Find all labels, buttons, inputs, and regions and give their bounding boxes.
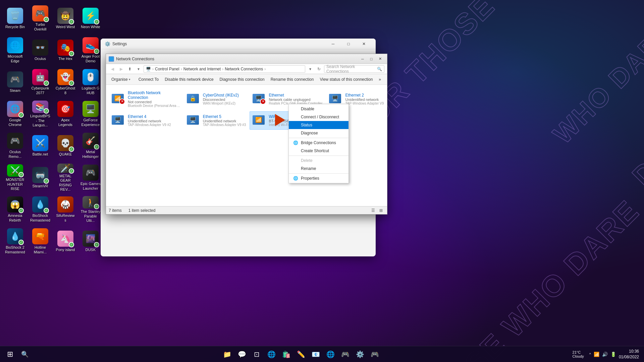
tray-expand-button[interactable]: ^ [589,352,591,356]
ctx-item-properties[interactable]: 🌐 Properties [289,174,348,182]
toolbar-status-button[interactable]: View status of this connection [317,75,375,84]
desktop-icon-quake[interactable]: 💀✓QUAKE [54,131,77,161]
breadcrumb-bar[interactable]: 🖥️ › Control Panel › Network and Interne… [144,65,305,73]
desktop-icon-battlenet[interactable]: ⚔️Battle.net [29,131,52,161]
toolbar-organise-button[interactable]: Organise ▾ [109,75,133,84]
statusbar-grid-view-button[interactable]: ⊞ [378,207,384,214]
net-status-5: Unidentified network [203,119,246,123]
ctx-item-status[interactable]: Status [289,121,348,129]
nav-up-button[interactable]: ⬆ [126,65,133,73]
desktop-icon-oculus-remote[interactable]: 🎮Oculus Remo... [3,131,27,161]
desktop-icon-sifu[interactable]: 🥋SifuReviews [54,194,77,225]
play-button[interactable] [275,114,285,126]
taskbar-item-tb-taskview[interactable]: ⊡ [250,348,264,361]
desktop-icon-bioshock[interactable]: 💧✓BioShock Remastered [29,194,52,225]
icon-label-bioshock2: BioShock 2 Remastered [5,245,25,254]
desktop-icon-cyberpunk[interactable]: 🤖✓Cyberpunk 2077 [29,67,52,97]
desktop-icon-linguist[interactable]: 📚✓LinguistBPS - The Langus... [29,99,52,129]
toolbar-more-button[interactable]: » [376,75,384,84]
desktop-icon-google-chrome[interactable]: 🌐✓Google Chrome [3,99,27,129]
toolbar-connect-to-button[interactable]: Connect To [136,75,162,84]
network-item-4[interactable]: 🖥️ Ethernet 4 Unidentified network TAP-W… [109,111,183,130]
desktop-icon-monster-hunter[interactable]: ⚔️✓MONSTER HUNTER RISE [3,163,27,193]
tray-battery-icon[interactable]: 🔋 [610,352,616,357]
desktop-icon-turbo-overkill[interactable]: 🎮✓Turbo Overkill [29,3,52,34]
breadcrumb-control-panel[interactable]: Control Panel [155,67,179,71]
desktop-icon-amnesia[interactable]: 😱✓Amnesia Rebirth [3,194,27,225]
ctx-item-rename[interactable]: Rename [289,165,348,173]
netconn-close-button[interactable]: ✕ [376,55,384,63]
desktop-icon-metal-hellsinger[interactable]: 🎸✓Metal Hellsinger [79,131,102,161]
toolbar-diagnose-button[interactable]: Diagnose this connection [217,75,267,84]
ctx-item-connect-/-disconnect[interactable]: Connect / Disconnect [289,113,348,121]
ctx-item-bridge-connections[interactable]: 🌐 Bridge Connections [289,139,348,147]
network-item-1[interactable]: 🔒 CyberGhost (IKEv2) Disconnected WAN Mi… [184,87,249,111]
toolbar-disable-button[interactable]: Disable this network device [162,75,216,84]
icon-image-recycle-bin: 🗑️ [7,8,23,24]
netconn-maximize-button[interactable]: □ [367,55,376,63]
tray-network-icon[interactable]: 📶 [594,352,599,357]
taskbar-item-tb-chrome[interactable]: 🌐 [265,348,278,361]
ctx-item-disable[interactable]: Disable [289,105,348,113]
desktop-icon-geforce[interactable]: 🖥️GeForce Experience [79,99,102,129]
netconn-title-icon: 🌐 [109,56,114,62]
desktop-icon-the-hex[interactable]: 🎭✓The Hex [54,35,77,65]
search-box[interactable]: Search Network Connections 🔍 [324,65,384,73]
desktop-icon-recycle-bin[interactable]: 🗑️Recycle Bin [3,3,27,34]
nav-back-button[interactable]: ◀ [109,65,116,73]
icon-badge-bioshock: ✓ [44,208,49,213]
taskbar-item-tb-xbox[interactable]: 🎮 [368,348,382,361]
desktop-icon-steamvr[interactable]: 🥽✓SteamVR [29,163,52,193]
desktop-icon-metal-gear[interactable]: 🗡️✓METAL GEAR RISING REV... [54,163,77,193]
search-button[interactable]: 🔍 [18,348,32,361]
taskbar-item-tb-file[interactable]: 📁 [221,348,234,361]
overlay-red-x-2: ✕ [260,99,266,105]
settings-maximize-button[interactable]: □ [341,39,356,49]
settings-close-button[interactable]: ✕ [356,39,372,49]
start-button[interactable]: ⊞ [3,348,17,361]
statusbar-list-view-button[interactable]: ☰ [370,207,376,214]
taskbar-item-tb-edge2[interactable]: 🌐 [324,348,337,361]
nav-dropdown-button[interactable]: ▾ [307,65,314,73]
nav-forward-button[interactable]: ▶ [117,65,125,73]
desktop-icon-bioshock2[interactable]: 💧✓BioShock 2 Remastered [3,226,27,256]
breadcrumb-network-internet[interactable]: Network and Internet [183,67,221,71]
desktop-icon-steam[interactable]: 🎮Steam [3,67,27,97]
desktop-icon-microsoft-edge[interactable]: 🌐Microsoft Edge [3,35,27,65]
toolbar-view-grid-button[interactable]: ⊞ [384,75,387,84]
desktop-icon-anger-foot[interactable]: 👟✓Anger Foot Demo [79,35,102,65]
desktop-icon-oculus[interactable]: 👓Oculus [29,35,52,65]
taskbar-item-tb-mail[interactable]: 📧 [309,348,323,361]
settings-minimize-button[interactable]: ─ [325,39,341,49]
taskbar-item-tb-steam2[interactable]: 🎮 [339,348,352,361]
taskbar-item-tb-settings[interactable]: ⚙️ [354,348,367,361]
icon-label-recycle-bin: Recycle Bin [5,25,25,29]
desktop-icon-hotline[interactable]: 🔫Hotline Miami... [29,226,52,256]
desktop-icon-epic-games[interactable]: 🎮Epic Games Launcher [79,163,102,193]
network-item-5[interactable]: 🖥️ Ethernet 5 Unidentified network TAP-W… [184,111,249,130]
tray-sound-icon[interactable]: 🔊 [602,352,608,357]
system-clock[interactable]: 10:36 01/08/2022 [619,349,639,360]
breadcrumb-network-connections[interactable]: Network Connections [225,67,263,71]
desktop-icon-weird-west[interactable]: 🤠✓Weird West [54,3,77,34]
nav-recent-button[interactable]: ▾ [135,65,142,73]
toolbar-rename-button[interactable]: Rename this connection [268,75,317,84]
weather-desc: Cloudy [573,354,584,358]
desktop-icon-apex[interactable]: 🎯Apex Legends [54,99,77,129]
ctx-label-2: Status [301,123,312,127]
desktop-icon-pony-island[interactable]: 🦄✓Pony island [54,226,77,256]
taskbar-item-tb-cortana[interactable]: 💬 [235,348,249,361]
taskbar-item-tb-store[interactable]: 🛍️ [280,348,293,361]
desktop-icon-dusk[interactable]: 🌆✓DUSK [79,226,102,256]
network-item-0[interactable]: 📶 ✕ Bluetooth Network Connection Not con… [109,87,183,111]
desktop-icon-stanley[interactable]: 🚶✓The Stanley Parable Ulti... [79,194,102,225]
desktop-icon-cyberghost[interactable]: 👻✓CyberGhost 8 [54,67,77,97]
nav-refresh-button[interactable]: ↻ [315,65,323,73]
ctx-item-diagnose[interactable]: Diagnose [289,129,348,137]
netconn-minimize-button[interactable]: ─ [358,55,367,63]
ctx-item-create-shortcut[interactable]: Create Shortcut [289,147,348,155]
desktop-icon-logitech[interactable]: 🖱️Logitech G HUB [79,67,102,97]
desktop-icon-neon-white[interactable]: ⚡✓Neon White [79,3,102,34]
icon-badge-neon-white: ✓ [94,19,99,24]
taskbar-item-tb-draw[interactable]: ✏️ [294,348,308,361]
